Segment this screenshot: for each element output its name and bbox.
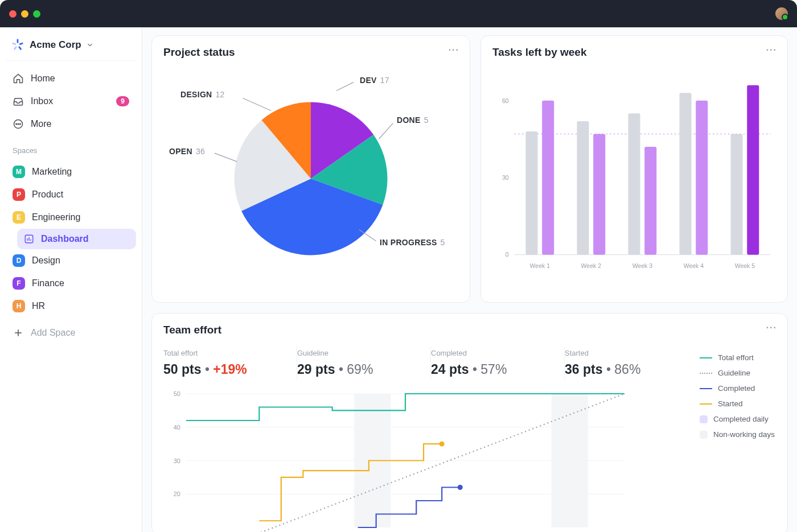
svg-text:20: 20: [174, 490, 180, 497]
svg-rect-26: [628, 113, 640, 254]
team-effort-menu-button[interactable]: ···: [766, 323, 777, 333]
window-titlebar: [0, 0, 797, 27]
add-space-label: Add Space: [31, 328, 75, 338]
pie-label-open: OPEN36: [169, 147, 205, 156]
svg-text:0: 0: [506, 251, 509, 258]
team-effort-title: Team effort: [163, 324, 776, 336]
nav-home-label: Home: [31, 73, 55, 84]
pie-label-in-progress: IN PROGRESS5: [380, 238, 445, 247]
team-effort-line-chart: 20304050: [163, 391, 630, 532]
more-icon: [13, 118, 24, 130]
svg-text:Week 5: Week 5: [735, 262, 755, 269]
svg-rect-25: [593, 134, 605, 254]
close-window-button[interactable]: [9, 10, 17, 18]
dashboard-icon: [24, 234, 34, 244]
svg-rect-30: [731, 134, 743, 254]
space-badge-icon: D: [13, 254, 25, 267]
nav-inbox[interactable]: Inbox 9: [6, 90, 136, 112]
space-item-product[interactable]: P Product: [6, 183, 136, 206]
plus-icon: [13, 327, 24, 339]
maximize-window-button[interactable]: [33, 10, 40, 18]
svg-line-1: [20, 43, 22, 44]
svg-point-42: [439, 442, 445, 447]
effort-stat-label: Started: [565, 349, 699, 357]
svg-point-43: [458, 485, 463, 490]
pie-label-done: DONE5: [397, 116, 429, 125]
user-avatar[interactable]: [775, 7, 788, 20]
workspace-name: Acme Corp: [30, 39, 81, 51]
main-content: Project status ··· DEV17DONE5IN PROGRESS…: [142, 27, 797, 532]
effort-stat-value: 36 pts • 86%: [565, 362, 699, 377]
minimize-window-button[interactable]: [21, 10, 28, 18]
space-name: Design: [32, 255, 60, 266]
effort-stat-label: Total effort: [163, 349, 297, 357]
svg-line-2: [19, 47, 21, 50]
home-icon: [13, 73, 24, 84]
svg-text:Week 4: Week 4: [684, 262, 704, 269]
nav-more[interactable]: More: [6, 113, 136, 135]
space-child-label: Dashboard: [41, 234, 89, 244]
svg-point-7: [18, 123, 19, 125]
effort-stat-guideline: Guideline 29 pts • 69%: [297, 347, 431, 380]
space-child-dashboard[interactable]: Dashboard: [17, 229, 136, 249]
project-status-card: Project status ··· DEV17DONE5IN PROGRESS…: [151, 35, 470, 303]
svg-text:60: 60: [502, 97, 509, 104]
space-badge-icon: H: [13, 300, 25, 312]
sidebar: Acme Corp Home Inbox 9 More Spaces M Mar…: [0, 27, 142, 532]
inbox-icon: [13, 96, 24, 107]
pie-label-design: DESIGN12: [180, 90, 225, 99]
space-item-marketing[interactable]: M Marketing: [6, 160, 136, 183]
inbox-badge: 9: [116, 96, 129, 106]
svg-text:50: 50: [174, 391, 180, 397]
space-name: Engineering: [32, 212, 80, 222]
svg-text:30: 30: [174, 457, 180, 464]
svg-text:Week 3: Week 3: [632, 262, 653, 269]
effort-stat-completed: Completed 24 pts • 57%: [431, 347, 565, 380]
effort-stat-label: Guideline: [297, 349, 430, 357]
space-item-hr[interactable]: H HR: [6, 295, 136, 317]
space-name: Marketing: [32, 167, 72, 177]
svg-rect-28: [679, 93, 691, 254]
svg-rect-41: [552, 394, 588, 527]
svg-text:Week 2: Week 2: [581, 262, 602, 269]
svg-point-8: [20, 123, 21, 125]
effort-stat-label: Completed: [431, 349, 564, 357]
space-item-finance[interactable]: F Finance: [6, 272, 136, 295]
pie-label-dev: DEV17: [360, 76, 389, 85]
svg-point-6: [16, 123, 17, 125]
svg-line-4: [13, 43, 15, 44]
effort-stat-value: 29 pts • 69%: [297, 362, 430, 377]
tasks-by-week-card: Tasks left by week ··· 03060Week 1Week 2…: [480, 35, 788, 303]
legend-guideline: Guideline: [718, 369, 750, 377]
workspace-switcher[interactable]: Acme Corp: [6, 35, 136, 61]
spaces-section-label: Spaces: [6, 136, 136, 159]
tasks-by-week-title: Tasks left by week: [492, 46, 776, 59]
tasks-by-week-bar-chart: 03060Week 1Week 2Week 3Week 4Week 5: [492, 59, 776, 287]
svg-text:30: 30: [502, 174, 509, 181]
legend-total-effort: Total effort: [718, 353, 754, 362]
project-status-title: Project status: [163, 46, 458, 59]
project-status-menu-button[interactable]: ···: [449, 45, 459, 55]
svg-line-3: [15, 47, 17, 50]
chevron-down-icon: [86, 41, 94, 49]
team-effort-card: Team effort ··· Total effort 50 pts • +1…: [151, 313, 788, 532]
space-name: HR: [32, 301, 45, 311]
space-badge-icon: P: [13, 188, 25, 201]
space-badge-icon: M: [13, 166, 25, 178]
workspace-logo-icon: [11, 39, 24, 51]
svg-rect-29: [696, 101, 708, 255]
effort-stat-value: 24 pts • 57%: [431, 362, 564, 377]
space-item-design[interactable]: D Design: [6, 249, 136, 272]
effort-stat-value: 50 pts • +19%: [163, 362, 297, 377]
effort-stat-total-effort: Total effort 50 pts • +19%: [163, 347, 297, 380]
tasks-by-week-menu-button[interactable]: ···: [766, 45, 777, 55]
effort-stat-started: Started 36 pts • 86%: [565, 347, 699, 380]
space-badge-icon: F: [13, 277, 25, 290]
add-space-button[interactable]: Add Space: [6, 322, 136, 344]
space-item-engineering[interactable]: E Engineering: [6, 206, 136, 229]
nav-home[interactable]: Home: [6, 68, 136, 89]
window-controls: [9, 10, 40, 18]
svg-rect-31: [747, 85, 759, 255]
svg-rect-23: [542, 101, 554, 255]
svg-rect-24: [577, 121, 589, 255]
